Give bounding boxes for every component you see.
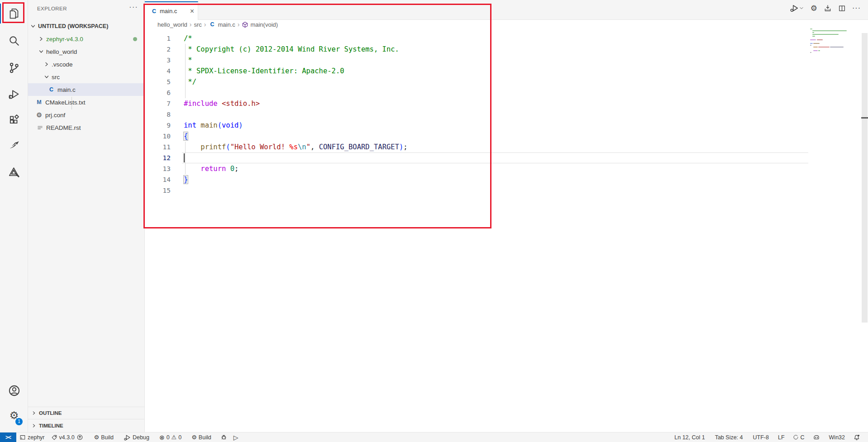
status-debug[interactable]: Debug (120, 432, 153, 442)
cmake-file-icon: M (35, 99, 43, 105)
code-line: 2 * Copyright (c) 2012-2014 Wind River S… (145, 44, 808, 55)
tree-label: .vscode (52, 61, 73, 68)
platform[interactable]: Win32 (826, 432, 848, 442)
sidebar-item-explorer[interactable] (0, 3, 28, 24)
settings-button[interactable]: ⚙ 1 (0, 404, 28, 426)
code-token: CONFIG_BOARD_TARGET (319, 143, 399, 151)
tree-item-zephyr[interactable]: zephyr-v4.3.0 (28, 33, 144, 45)
code-line: 1/* (145, 33, 808, 44)
breadcrumb-item-symbol[interactable]: main(void) (242, 21, 278, 28)
tree-item-main-c[interactable]: C main.c (28, 83, 144, 96)
copilot-status[interactable] (810, 432, 823, 442)
minimap-line (810, 43, 813, 44)
bug-icon (220, 434, 227, 441)
tab-main-c[interactable]: C main.c × (145, 1, 198, 20)
tools-extension-icon (8, 166, 20, 178)
status-version[interactable]: v4.3.0 (48, 432, 86, 442)
close-icon[interactable]: × (190, 8, 194, 15)
tree-label: prj.conf (45, 112, 65, 119)
minimap-line (818, 47, 830, 48)
outline-section[interactable]: OUTLINE (28, 407, 144, 419)
status-problems[interactable]: ⊗ 0 ⚠ 0 (156, 432, 185, 442)
tree-label: main.c (57, 86, 76, 93)
tree-item-src[interactable]: src (28, 71, 144, 83)
tree-item-workspace[interactable]: UNTITLED (WORKSPACE) (28, 20, 144, 33)
minimap[interactable] (808, 0, 861, 432)
section-label: TIMELINE (39, 423, 63, 428)
sidebar-item-search[interactable] (0, 30, 28, 52)
code-token: \n (298, 143, 306, 151)
sidebar-item-devicetree[interactable] (0, 161, 28, 183)
code-token: <stdio.h> (222, 100, 260, 108)
tree-label: hello_world (46, 48, 77, 55)
account-button[interactable] (0, 380, 28, 401)
code-token: main (200, 121, 217, 129)
section-label: OUTLINE (39, 410, 62, 416)
run-debug-button[interactable] (790, 4, 804, 13)
tab-bar: C main.c × ⚙ ··· (145, 0, 868, 20)
more-actions-icon[interactable]: ··· (129, 3, 138, 12)
text-file-icon (36, 124, 44, 131)
tree-label: README.rst (46, 124, 81, 131)
tree-item-prj-conf[interactable]: ⚙ prj.conf (28, 109, 144, 121)
extensions-icon (8, 114, 20, 125)
code-line: 7#include <stdio.h> (145, 98, 808, 109)
remote-icon: >< (5, 434, 11, 441)
tree-item-readme[interactable]: README.rst (28, 121, 144, 134)
code-token: * SPDX-License-Identifier: Apache-2.0 (184, 67, 344, 75)
code-line: 8 (145, 109, 808, 120)
status-bar: >< zephyr v4.3.0 ⚙ Build Debug ⊗ 0 ⚠ 0 ⚙… (0, 432, 868, 442)
cursor-position[interactable]: Ln 12, Col 1 (671, 432, 708, 442)
code-area[interactable]: 1/* 2 * Copyright (c) 2012-2014 Wind Riv… (145, 29, 808, 432)
sidebar-item-zephyr[interactable] (0, 134, 28, 156)
status-run[interactable]: ▷ (230, 432, 242, 442)
tree-item-hello-world[interactable]: hello_world (28, 45, 144, 58)
status-bar-right: Ln 12, Col 1 Tab Size: 4 UTF-8 LF C Win3… (671, 432, 868, 442)
window-icon (19, 434, 26, 441)
status-bug[interactable] (217, 432, 230, 442)
code-token: */ (184, 78, 196, 86)
sidebar-item-extensions[interactable] (0, 109, 28, 130)
status-workspace[interactable]: zephyr (16, 432, 48, 442)
notifications-bell[interactable] (850, 432, 863, 442)
indentation[interactable]: Tab Size: 4 (712, 432, 746, 442)
encoding[interactable]: UTF-8 (750, 432, 772, 442)
chevron-down-icon (38, 48, 45, 55)
language-mode[interactable]: C (790, 432, 808, 442)
search-icon (8, 35, 20, 47)
status-build-2[interactable]: ⚙ Build (188, 432, 214, 442)
minimap-line (818, 50, 820, 51)
status-build-west[interactable]: ⚙ Build (91, 432, 117, 442)
chevron-down-icon (799, 5, 804, 11)
breadcrumb-item[interactable]: hello_world (157, 21, 187, 28)
scrollbar-slider[interactable] (862, 33, 868, 323)
sidebar-item-source-control[interactable] (0, 57, 28, 79)
breadcrumb-separator: › (190, 21, 192, 28)
minimap-line (830, 47, 844, 48)
chevron-down-icon (29, 23, 37, 30)
timeline-section[interactable]: TIMELINE (28, 419, 144, 432)
code-token: %s (289, 143, 298, 151)
minimap-line (812, 34, 839, 35)
tree-item-vscode[interactable]: .vscode (28, 58, 144, 71)
debug-alt-icon (124, 434, 131, 441)
scrollbar[interactable] (861, 0, 868, 432)
tree-item-cmakelists[interactable]: M CMakeLists.txt (28, 96, 144, 109)
code-line: 14} (145, 174, 808, 185)
explorer-icon (8, 8, 20, 19)
eol[interactable]: LF (775, 432, 788, 442)
code-line: 3 * (145, 55, 808, 66)
remote-indicator[interactable]: >< (0, 432, 16, 442)
code-line: 4 * SPDX-License-Identifier: Apache-2.0 (145, 66, 808, 76)
c-file-icon: C (150, 8, 158, 14)
minimap-line (810, 52, 811, 53)
warning-icon: ⚠ (172, 434, 177, 440)
run-debug-icon (8, 88, 20, 100)
sidebar-item-run-debug[interactable] (0, 83, 28, 105)
account-icon (8, 385, 20, 397)
copilot-icon (813, 434, 820, 441)
breadcrumb-item[interactable]: C main.c (208, 21, 235, 28)
symbol-method-icon (242, 21, 248, 28)
tree-label: UNTITLED (WORKSPACE) (38, 23, 108, 29)
breadcrumb-item[interactable]: src (194, 21, 201, 28)
